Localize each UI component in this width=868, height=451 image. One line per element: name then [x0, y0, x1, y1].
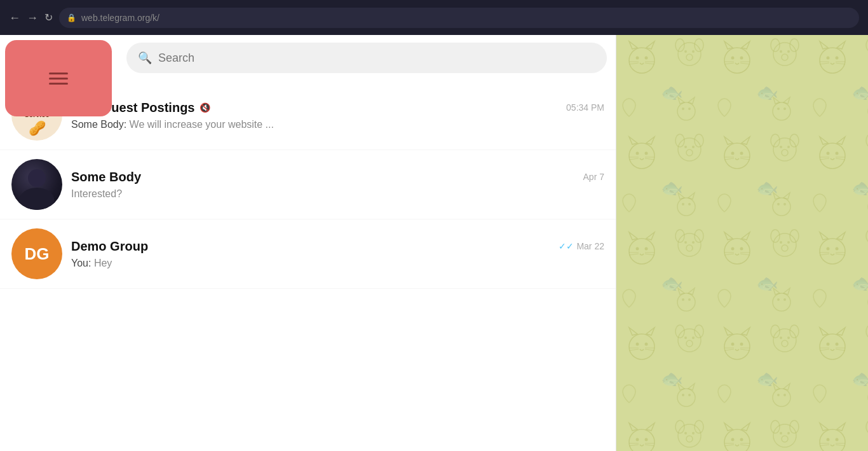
hamburger-icon[interactable] — [49, 73, 68, 85]
chat-top-demo-group: Demo Group ✓✓Mar 22 — [71, 239, 604, 254]
chat-content-somebody: Some Body Apr 7 Interested? — [71, 170, 604, 200]
chat-content-demo-group: Demo Group ✓✓Mar 22 You: Hey — [71, 239, 604, 269]
right-panel: 🐟 — [616, 35, 868, 451]
chat-content-guest-postings: Paid Guest Postings 🔇 05:34 PM Some Body… — [71, 101, 604, 130]
muted-icon: 🔇 — [200, 102, 210, 113]
search-bar[interactable]: 🔍 — [126, 43, 607, 73]
avatar-somebody — [11, 159, 62, 210]
chat-preview-guest: Some Body: We will increase your website… — [71, 119, 604, 130]
url-display: web.telegram.org/k/ — [81, 13, 159, 23]
cat-pattern-background: 🐟 — [616, 35, 868, 451]
forward-button[interactable]: → — [27, 12, 38, 24]
search-input[interactable] — [158, 52, 595, 65]
chat-top-guest: Paid Guest Postings 🔇 05:34 PM — [71, 101, 604, 115]
search-icon: 🔍 — [138, 51, 152, 65]
chat-top-somebody: Some Body Apr 7 — [71, 170, 604, 184]
menu-button-overlay[interactable] — [5, 40, 112, 116]
browser-chrome: ← → ↻ 🔒 web.telegram.org/k/ — [0, 0, 868, 35]
chat-time-somebody: Apr 7 — [583, 172, 604, 182]
chat-item-somebody[interactable]: Some Body Apr 7 Interested? — [0, 150, 616, 219]
chat-preview-somebody: Interested? — [71, 188, 604, 200]
chat-name-demo-group: Demo Group — [71, 239, 148, 254]
chat-preview-demo-group: You: Hey — [71, 258, 604, 269]
chat-time-guest: 05:34 PM — [566, 102, 604, 113]
chat-item-demo-group[interactable]: DG Demo Group ✓✓Mar 22 You: Hey — [0, 219, 616, 289]
sidebar-header: 🔍 — [0, 35, 616, 81]
svg-rect-21 — [616, 35, 868, 451]
chat-name-somebody: Some Body — [71, 170, 141, 184]
telegram-app: 🔍 GuestPostingService 🥜 Paid Guest Posti… — [0, 35, 868, 451]
chat-time-demo-group: ✓✓Mar 22 — [559, 241, 604, 251]
reload-button[interactable]: ↻ — [44, 13, 53, 23]
chat-list: GuestPostingService 🥜 Paid Guest Posting… — [0, 81, 616, 451]
back-button[interactable]: ← — [9, 12, 20, 24]
lock-icon: 🔒 — [67, 13, 76, 22]
sidebar: 🔍 GuestPostingService 🥜 Paid Guest Posti… — [0, 35, 616, 451]
double-check-icon: ✓✓ — [559, 241, 574, 251]
avatar-demo-group: DG — [11, 228, 62, 279]
address-bar[interactable]: 🔒 web.telegram.org/k/ — [59, 8, 859, 28]
